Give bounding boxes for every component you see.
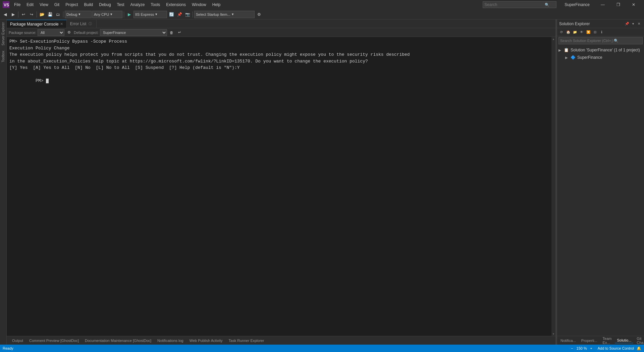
error-list-tab-icon: ⓘ [88, 21, 93, 26]
tree-item-project[interactable]: ▶ 🔷 SuperFinance [557, 54, 644, 61]
package-source-dropdown[interactable]: All [38, 29, 64, 36]
bottom-tab-web-publish[interactable]: Web Publish Activity [187, 336, 225, 345]
menu-edit[interactable]: Edit [24, 2, 36, 8]
cpu-dropdown[interactable]: Any CPU▾ [92, 11, 122, 18]
clear-console-btn[interactable]: 🗑 [168, 29, 175, 36]
package-manager-tab-close[interactable]: ✕ [60, 22, 63, 26]
se-filter-btn[interactable]: 🔽 [585, 29, 591, 35]
se-new-folder-btn[interactable]: 📁 [572, 29, 578, 35]
toolbar-separator-2 [37, 11, 37, 17]
rp-tab-notifications[interactable]: Notifica... [558, 338, 578, 343]
solution-tree: ▶ 📋 Solution 'SuperFinance' (1 of 1 proj… [557, 45, 644, 336]
bottom-tab-notifications[interactable]: Notifications log [155, 336, 186, 345]
right-panel-bottom-tabs: Notifica... Properti... Team Ex... Solut… [557, 336, 644, 345]
menu-view[interactable]: View [37, 2, 51, 8]
menu-git[interactable]: Git [52, 2, 62, 8]
undo-button[interactable]: ↩ [20, 11, 27, 18]
settings-button[interactable]: ⚙ [255, 11, 263, 18]
solution-explorer-search-box: 🔍 [558, 37, 643, 44]
zoom-out-btn[interactable]: − [569, 345, 576, 352]
toolbar-separator-5 [193, 11, 193, 17]
menu-debug[interactable]: Debug [96, 2, 113, 8]
iis-dropdown[interactable]: IIS Express▾ [133, 11, 167, 18]
startup-item-dropdown[interactable]: Select Startup Item...▾ [194, 11, 255, 18]
se-collapse-btn[interactable]: ⊟ [592, 29, 598, 35]
notifications-icon[interactable]: 🔔 [637, 346, 641, 351]
restore-button[interactable]: ❐ [610, 0, 626, 9]
menu-test[interactable]: Test [114, 2, 127, 8]
menu-analyze[interactable]: Analyze [128, 2, 148, 8]
package-manager-tab-label: Package Manager Console [10, 22, 59, 27]
open-file-button[interactable]: 📂 [38, 11, 46, 18]
back-button[interactable]: ◀ [1, 11, 9, 18]
se-dropdown-btn[interactable]: ▾ [630, 21, 636, 27]
menu-extensions[interactable]: Extensions [163, 2, 189, 8]
center-area: Package Manager Console ✕ Error List ⓘ P… [7, 19, 555, 345]
console-line-1: PM> Set-ExecutionPolicy Bypass -Scope Pr… [9, 38, 549, 45]
console-output[interactable]: PM> Set-ExecutionPolicy Bypass -Scope Pr… [7, 37, 551, 336]
bottom-tab-comment-preview[interactable]: Comment Preview [GhostDoc] [26, 336, 82, 345]
rp-tab-git-changes[interactable]: Git Cha... [635, 336, 644, 345]
scroll-down-btn[interactable]: ▼ [551, 332, 555, 336]
console-line-6: [Y] Yes [A] Yes to All [N] No [L] No to … [9, 64, 549, 71]
bottom-tab-documentation[interactable]: Documentation Maintenance [GhostDoc] [82, 336, 154, 345]
rp-tab-team-explorer[interactable]: Team Ex... [601, 336, 614, 345]
left-sidebar: Server Explorer Toolbox [0, 19, 7, 345]
scroll-up-btn[interactable]: ▲ [551, 37, 555, 41]
solution-explorer-toolbar: ⟳ 🏠 📁 👁 🔽 ⊟ ℹ [557, 28, 644, 36]
minimize-button[interactable]: — [595, 0, 610, 9]
title-search-box: 🔍 [483, 1, 556, 8]
zoom-in-btn[interactable]: + [588, 345, 595, 352]
main-area: Server Explorer Toolbox Package Manager … [0, 19, 644, 345]
source-label: Package source: [9, 31, 36, 35]
solution-explorer-search-input[interactable] [560, 39, 614, 43]
se-pin-btn[interactable]: 📌 [624, 21, 630, 27]
solution-label: Solution 'SuperFinance' (1 of 1 project) [571, 48, 640, 52]
sidebar-tab-server-explorer[interactable]: Server Explorer [1, 19, 6, 48]
tab-package-manager[interactable]: Package Manager Console ✕ [7, 20, 67, 28]
word-wrap-btn[interactable]: ↵ [176, 29, 183, 36]
menu-project[interactable]: Project [63, 2, 80, 8]
menu-file[interactable]: File [11, 2, 23, 8]
refresh-button[interactable]: 🔄 [168, 11, 175, 18]
rp-tab-solution-explorer[interactable]: Solutio... [615, 338, 633, 343]
error-list-tab-label: Error List [70, 21, 87, 26]
bottom-tab-output[interactable]: Output [9, 336, 26, 345]
scrollbar-track[interactable] [551, 41, 555, 332]
se-show-all-btn[interactable]: 👁 [579, 29, 585, 35]
tab-error-list[interactable]: Error List ⓘ [67, 20, 97, 28]
pin-button[interactable]: 📌 [176, 11, 183, 18]
status-ready: Ready [3, 346, 13, 350]
vertical-scrollbar[interactable]: ▲ ▼ [551, 37, 555, 336]
camera-button[interactable]: 📷 [184, 11, 191, 18]
sidebar-tab-toolbox[interactable]: Toolbox [1, 48, 6, 65]
svg-text:VS: VS [4, 3, 9, 7]
menu-help[interactable]: Help [210, 2, 223, 8]
bottom-tab-task-runner[interactable]: Task Runner Explorer [226, 336, 267, 345]
menu-tools[interactable]: Tools [148, 2, 163, 8]
add-to-source-control[interactable]: Add to Source Control [598, 346, 634, 350]
default-project-dropdown[interactable]: SuperFinance [100, 29, 167, 36]
save-all-button[interactable]: 🗂 [54, 11, 62, 18]
se-search-icon: 🔍 [614, 39, 619, 43]
forward-button[interactable]: ▶ [9, 11, 17, 18]
project-label: SuperFinance [577, 55, 602, 60]
save-button[interactable]: 💾 [46, 11, 54, 18]
app-title: SuperFinance [559, 2, 595, 7]
solution-icon: 📋 [564, 48, 569, 52]
start-button[interactable]: ▶ [125, 11, 133, 18]
se-props-btn[interactable]: ℹ [599, 29, 605, 35]
se-close-btn[interactable]: ✕ [636, 21, 642, 27]
menu-window[interactable]: Window [189, 2, 209, 8]
close-button[interactable]: ✕ [626, 0, 641, 9]
menu-build[interactable]: Build [82, 2, 96, 8]
se-home-btn[interactable]: 🏠 [565, 29, 571, 35]
settings-icon-btn[interactable]: ⚙ [66, 29, 72, 36]
tree-item-solution[interactable]: ▶ 📋 Solution 'SuperFinance' (1 of 1 proj… [557, 46, 644, 54]
title-bar: VS File Edit View Git Project Build Debu… [0, 0, 644, 9]
title-search-input[interactable] [483, 2, 543, 7]
debug-config-dropdown[interactable]: Debug▾ [65, 11, 92, 18]
se-sync-btn[interactable]: ⟳ [558, 29, 565, 35]
redo-button[interactable]: ↪ [28, 11, 35, 18]
rp-tab-properties[interactable]: Properti... [579, 338, 599, 343]
